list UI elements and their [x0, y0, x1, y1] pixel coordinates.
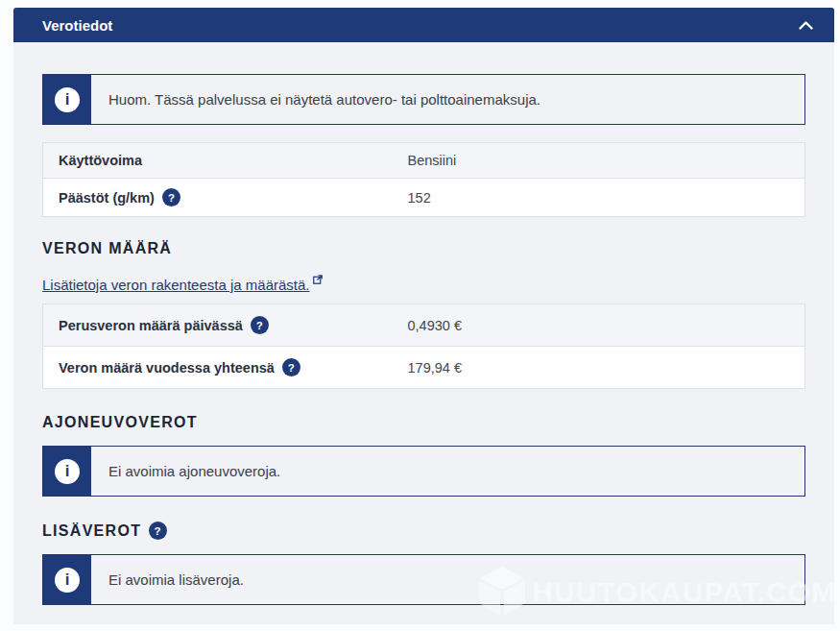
help-icon[interactable]: ?	[149, 522, 167, 540]
row-label-text: Käyttövoima	[59, 153, 142, 168]
tax-amount-table: Perusveron määrä päivässä ? 0,4930 € Ver…	[42, 303, 805, 389]
info-icon-glyph: i	[55, 568, 80, 593]
section-heading-ajoneuvoverot: AJONEUVOVEROT	[42, 414, 805, 431]
row-label-text: Veron määrä vuodessa yhteensä	[59, 360, 275, 376]
vehicle-taxes-notice-box: i Ei avoimia ajoneuvoveroja.	[42, 446, 805, 497]
tax-structure-link-text: Lisätietoja veron rakenteesta ja määräst…	[42, 277, 310, 293]
help-icon[interactable]: ?	[251, 316, 269, 334]
vehicle-taxes-notice-text: Ei avoimia ajoneuvoveroja.	[91, 447, 298, 496]
vehicle-info-table: Käyttövoima Bensiini Päästöt (g/km) ? 15…	[42, 142, 805, 217]
row-value: 0,4930 €	[393, 304, 805, 347]
service-notice-box: i Huom. Tässä palvelussa ei näytetä auto…	[42, 74, 805, 125]
accordion-body: i Huom. Tässä palvelussa ei näytetä auto…	[13, 42, 834, 624]
row-label: Päästöt (g/km) ?	[43, 179, 393, 217]
service-notice-text: Huom. Tässä palvelussa ei näytetä autove…	[91, 75, 558, 124]
link-row: Lisätietoja veron rakenteesta ja määräst…	[42, 271, 805, 294]
table-row: Päästöt (g/km) ? 152	[43, 179, 805, 217]
info-icon: i	[43, 555, 91, 604]
row-value: Bensiini	[393, 143, 805, 179]
table-row: Käyttövoima Bensiini	[43, 143, 805, 179]
row-label: Perusveron määrä päivässä ?	[43, 304, 393, 347]
help-icon[interactable]: ?	[282, 358, 300, 376]
row-label: Veron määrä vuodessa yhteensä ?	[43, 347, 393, 389]
section-heading-lisaverot: LISÄVEROT ?	[42, 522, 805, 540]
row-label-text: Päästöt (g/km)	[59, 190, 155, 206]
section-heading-veron-maara: VERON MÄÄRÄ	[42, 240, 805, 257]
tax-info-accordion: Verotiedot i Huom. Tässä palvelussa ei n…	[13, 8, 834, 624]
external-link-icon	[313, 271, 323, 287]
additional-taxes-notice-box: i Ei avoimia lisäveroja.	[42, 554, 805, 605]
row-label: Käyttövoima	[43, 143, 393, 179]
help-icon[interactable]: ?	[162, 188, 180, 206]
accordion-header[interactable]: Verotiedot	[13, 8, 834, 42]
row-value: 179,94 €	[393, 347, 805, 389]
table-row: Veron määrä vuodessa yhteensä ? 179,94 €	[43, 347, 805, 389]
accordion-title: Verotiedot	[42, 17, 112, 34]
info-icon-glyph: i	[55, 87, 80, 112]
info-icon-glyph: i	[55, 459, 80, 484]
section-heading-text: LISÄVEROT	[42, 522, 141, 540]
row-value: 152	[393, 179, 805, 217]
table-row: Perusveron määrä päivässä ? 0,4930 €	[43, 304, 805, 347]
info-icon: i	[43, 447, 91, 496]
tax-structure-link[interactable]: Lisätietoja veron rakenteesta ja määräst…	[42, 277, 323, 293]
additional-taxes-notice-text: Ei avoimia lisäveroja.	[91, 555, 261, 604]
chevron-up-icon[interactable]	[799, 21, 813, 30]
row-label-text: Perusveron määrä päivässä	[59, 318, 243, 333]
info-icon: i	[43, 75, 91, 124]
